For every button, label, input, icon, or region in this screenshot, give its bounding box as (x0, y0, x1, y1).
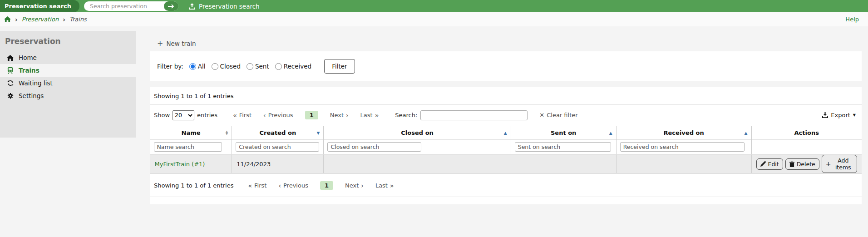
table-header-row: Name ▲▼ Created on ▼ Closed on ▲ Sent (150, 126, 862, 140)
topbar-search (84, 1, 178, 11)
received-on-search-input[interactable] (620, 142, 745, 152)
chevron-right-icon: › (361, 183, 364, 189)
double-chevron-right-icon: » (375, 112, 379, 118)
filter-radio-sent[interactable]: Sent (247, 63, 269, 70)
first-page-button[interactable]: « First (248, 182, 266, 189)
column-header-sent-on[interactable]: Sent on ▲ (511, 126, 616, 140)
table-controls: Show 20 entries « First ‹ Previous 1 Nex… (150, 105, 862, 125)
edit-button[interactable]: Edit (756, 158, 783, 170)
row-actions: Edit Delete (756, 155, 858, 173)
sidebar-item-waiting-list[interactable]: Waiting list (0, 77, 136, 89)
train-name-link[interactable]: MyFirstTrain (#1) (155, 161, 205, 168)
previous-page-button[interactable]: ‹ Previous (278, 182, 308, 189)
train-icon (6, 67, 14, 74)
plus-icon: + (826, 161, 831, 167)
sort-asc-icon: ▲ (609, 131, 612, 135)
current-page-button[interactable]: 1 (320, 181, 333, 190)
preservation-search-tab[interactable]: Preservation search (0, 0, 79, 12)
sidebar-item-label: Settings (19, 92, 44, 99)
new-train-button[interactable]: + New train (150, 40, 196, 47)
breadcrumb-trains: Trains (69, 16, 87, 23)
current-page-button[interactable]: 1 (305, 111, 318, 119)
show-label: Show (154, 112, 170, 118)
filter-radio-received[interactable]: Received (275, 63, 311, 70)
page-size-select[interactable]: 20 (173, 110, 194, 120)
caret-down-icon: ▼ (853, 114, 856, 117)
column-header-actions: Actions (751, 126, 862, 140)
radio-all-input[interactable] (189, 63, 196, 70)
double-chevron-right-icon: » (390, 183, 394, 189)
previous-page-button[interactable]: ‹ Previous (263, 112, 293, 118)
sidebar-title: Preservation (0, 31, 136, 51)
sidebar-item-home[interactable]: Home (0, 51, 136, 64)
created-on-search-input[interactable] (236, 142, 319, 152)
column-header-created-on[interactable]: Created on ▼ (232, 126, 324, 140)
new-train-label: New train (166, 40, 196, 47)
name-search-input[interactable] (154, 142, 222, 152)
sent-on-cell (511, 155, 616, 173)
chevron-right-icon: › (63, 16, 65, 23)
home-icon (6, 55, 14, 61)
filter-button[interactable]: Filter (324, 59, 355, 74)
table-row: MyFirstTrain (#1) 11/24/2023 (150, 155, 862, 173)
sort-desc-icon: ▼ (317, 131, 320, 135)
column-filter-row (150, 140, 862, 155)
gear-icon (6, 93, 14, 99)
sort-asc-icon: ▲ (745, 131, 748, 135)
main-area: Preservation Home Trains (0, 26, 868, 204)
sidebar-item-trains[interactable]: Trains (0, 64, 136, 77)
results-summary-top: Showing 1 to 1 of 1 entries (150, 87, 862, 104)
help-link[interactable]: Help (845, 16, 859, 23)
pagination-top: « First ‹ Previous 1 Next › Last » (233, 111, 379, 119)
divider (150, 197, 862, 197)
sidebar-item-label: Waiting list (19, 79, 53, 87)
chevron-right-icon: › (346, 112, 349, 118)
bottom-bar: Showing 1 to 1 of 1 entries « First ‹ Pr… (150, 173, 862, 197)
sidebar-item-settings[interactable]: Settings (0, 89, 136, 102)
search-submit-button[interactable] (164, 1, 178, 11)
breadcrumb-preservation[interactable]: Preservation (22, 16, 59, 23)
radio-received-input[interactable] (275, 63, 282, 70)
table-search-input[interactable] (420, 110, 528, 120)
entries-label: entries (197, 112, 217, 118)
last-page-button[interactable]: Last » (375, 182, 394, 189)
closed-on-search-input[interactable] (327, 142, 421, 152)
first-page-button[interactable]: « First (233, 112, 252, 118)
add-items-button[interactable]: + Add items (822, 155, 857, 173)
sort-unsorted-icon: ▲▼ (226, 131, 228, 135)
pencil-icon (760, 161, 766, 167)
column-header-received-on[interactable]: Received on ▲ (616, 126, 751, 140)
next-page-button[interactable]: Next › (345, 182, 364, 189)
breadcrumb-bar: › Preservation › Trains Help (0, 12, 868, 26)
radio-sent-input[interactable] (247, 63, 253, 70)
download-icon (822, 112, 828, 118)
filter-by-label: Filter by: (157, 63, 183, 70)
next-page-button[interactable]: Next › (330, 112, 349, 118)
clear-filter-button[interactable]: ✕ Clear filter (539, 112, 577, 118)
close-icon: ✕ (539, 112, 544, 118)
filter-panel: Filter by: All Closed Sent Received Filt… (150, 51, 862, 81)
sidebar: Preservation Home Trains (0, 31, 136, 138)
filter-radio-all[interactable]: All (189, 63, 206, 70)
sidebar-item-label: Home (19, 54, 37, 61)
search-label: Search: (395, 112, 417, 118)
column-header-name[interactable]: Name ▲▼ (150, 126, 232, 140)
breadcrumb: › Preservation › Trains (4, 16, 87, 23)
home-icon[interactable] (4, 16, 11, 22)
pagination-bottom: « First ‹ Previous 1 Next › Last » (248, 181, 394, 190)
delete-button[interactable]: Delete (785, 158, 819, 170)
export-button[interactable]: Export ▼ (822, 112, 856, 118)
radio-closed-input[interactable] (212, 63, 218, 70)
sent-on-search-input[interactable] (515, 142, 611, 152)
radio-received-label: Received (284, 63, 311, 70)
column-header-closed-on[interactable]: Closed on ▲ (324, 126, 511, 140)
last-page-button[interactable]: Last » (360, 112, 379, 118)
table-panel: Showing 1 to 1 of 1 entries Show 20 entr… (150, 87, 862, 204)
trash-icon (789, 161, 794, 167)
trains-table: Name ▲▼ Created on ▼ Closed on ▲ Sent (150, 126, 862, 173)
radio-sent-label: Sent (255, 63, 269, 70)
results-summary-bottom: Showing 1 to 1 of 1 entries (154, 182, 233, 189)
sidebar-item-label: Trains (19, 67, 39, 74)
filter-radio-closed[interactable]: Closed (212, 63, 241, 70)
chevron-left-icon: ‹ (278, 183, 281, 189)
